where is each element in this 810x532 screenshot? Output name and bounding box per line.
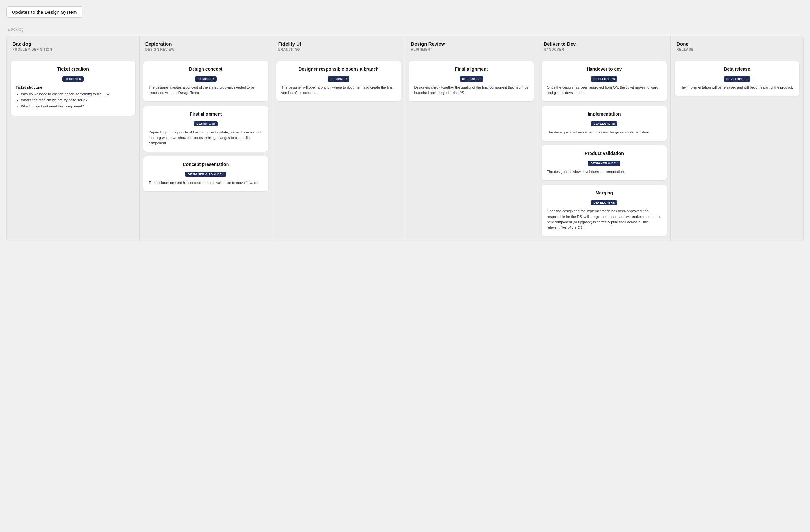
badge-wrap: DESIGNER & PO & DEV [149, 171, 263, 180]
card-title: Merging [547, 190, 661, 196]
ticket-structure-label: Ticket structure [16, 85, 130, 90]
column-header-exploration: Exploration DESIGN REVIEW [140, 36, 272, 57]
column-deliver-to-dev: Deliver to Dev HANDOVER Handover to devD… [538, 36, 671, 241]
card-backlog-0: Ticket creationDESIGNER Ticket structure… [11, 61, 135, 115]
card-title: Design concept [149, 66, 263, 72]
badge-wrap: DEVELOPERS [680, 76, 794, 85]
card-exploration-0: Design conceptDESIGNERThe designer creat… [143, 61, 268, 101]
badge: DESIGNERS [194, 121, 217, 126]
badge-wrap: DESIGNER [149, 76, 263, 85]
page-title: Updates to the Design System [12, 9, 77, 15]
column-title-design-review: Design Review [411, 41, 532, 47]
badge-wrap: DESIGNER & DEV [547, 160, 661, 169]
badge: DESIGNER [328, 76, 349, 81]
backlog-label: Backlog [6, 27, 804, 32]
badge-wrap: DEVELOPERS [547, 199, 661, 209]
list-item: What's the problem we are trying to solv… [21, 98, 130, 103]
column-header-deliver-to-dev: Deliver to Dev HANDOVER [538, 36, 670, 57]
column-title-exploration: Exploration [145, 41, 266, 47]
column-done: Done RELEASE Beta releaseDEVELOPERSThe i… [671, 36, 803, 241]
card-list: Why do we need to change or add somethin… [16, 92, 130, 109]
column-title-done: Done [677, 41, 797, 47]
list-item: Which project will need this component? [21, 103, 130, 109]
column-body-done: Beta releaseDEVELOPERSThe implementation… [671, 57, 803, 241]
column-subtitle-done: RELEASE [677, 48, 797, 51]
card-body: The designer present his concept and get… [149, 180, 263, 186]
card-done-0: Beta releaseDEVELOPERSThe implementation… [675, 61, 799, 96]
card-title: Concept presentation [149, 161, 263, 167]
column-fidelity-ui: Fidelity UI BRANCHING Designer responsib… [273, 36, 405, 241]
badge: DESIGNER & DEV [588, 161, 620, 166]
badge: DESIGNER [195, 76, 216, 81]
badge: DESIGNER [62, 76, 84, 81]
badge: DEVELOPERS [724, 76, 750, 81]
column-design-review: Design Review ALIGNMENT Final alignmentD… [405, 36, 538, 241]
card-title: First alignment [149, 111, 263, 117]
column-body-backlog: Ticket creationDESIGNER Ticket structure… [7, 57, 139, 241]
column-header-backlog: Backlog PROBLEM DEFINITION [7, 36, 139, 57]
column-title-fidelity-ui: Fidelity UI [278, 41, 399, 47]
card-body: Once the design has been approved from Q… [547, 85, 661, 96]
column-body-design-review: Final alignmentDESIGNERSDesigners check … [405, 57, 537, 241]
card-title: Ticket creation [16, 66, 130, 72]
card-design-review-0: Final alignmentDESIGNERSDesigners check … [409, 61, 534, 101]
card-deliver-to-dev-3: MergingDEVELOPERSOnce the design and the… [542, 185, 667, 236]
card-body: Ticket structure Why do we need to chang… [16, 85, 130, 109]
badge: DESIGNER & PO & DEV [185, 172, 226, 177]
column-header-done: Done RELEASE [671, 36, 803, 57]
badge-wrap: DESIGNER [16, 76, 130, 85]
card-deliver-to-dev-1: ImplementationDEVELOPERSThe developers w… [542, 106, 667, 141]
card-body: The developers will implement the new de… [547, 130, 661, 135]
card-body: The implementation will be released and … [680, 85, 794, 90]
card-body: The designer will open a branch where to… [281, 85, 396, 96]
card-title: Implementation [547, 111, 661, 117]
column-title-backlog: Backlog [13, 41, 133, 47]
card-title: Final alignment [414, 66, 529, 72]
list-item: Why do we need to change or add somethin… [21, 92, 130, 97]
badge: DEVELOPERS [591, 76, 617, 81]
card-body: Depending on the priority of the compone… [149, 130, 263, 146]
badge-wrap: DESIGNER [281, 76, 396, 85]
column-body-fidelity-ui: Designer responsible opens a branchDESIG… [273, 57, 405, 241]
column-header-design-review: Design Review ALIGNMENT [405, 36, 537, 57]
page-title-bar: Updates to the Design System [6, 6, 82, 18]
card-deliver-to-dev-0: Handover to devDEVELOPERSOnce the design… [542, 61, 667, 101]
card-title: Beta release [680, 66, 794, 72]
column-body-deliver-to-dev: Handover to devDEVELOPERSOnce the design… [538, 57, 670, 241]
badge: DEVELOPERS [591, 121, 617, 126]
column-body-exploration: Design conceptDESIGNERThe designer creat… [140, 57, 272, 241]
card-fidelity-ui-0: Designer responsible opens a branchDESIG… [276, 61, 401, 101]
card-exploration-2: Concept presentationDESIGNER & PO & DEVT… [143, 156, 268, 191]
column-backlog: Backlog PROBLEM DEFINITION Ticket creati… [7, 36, 140, 241]
badge: DEVELOPERS [591, 200, 617, 205]
column-subtitle-exploration: DESIGN REVIEW [145, 48, 266, 51]
column-exploration: Exploration DESIGN REVIEW Design concept… [140, 36, 273, 241]
badge-wrap: DEVELOPERS [547, 120, 661, 130]
column-subtitle-backlog: PROBLEM DEFINITION [13, 48, 133, 51]
card-deliver-to-dev-2: Product validationDESIGNER & DEVThe desi… [542, 145, 667, 180]
board: Backlog PROBLEM DEFINITION Ticket creati… [6, 36, 804, 241]
column-subtitle-design-review: ALIGNMENT [411, 48, 532, 51]
column-subtitle-fidelity-ui: BRANCHING [278, 48, 399, 51]
card-body: The designers review developers implemen… [547, 169, 661, 175]
card-title: Product validation [547, 150, 661, 157]
column-title-deliver-to-dev: Deliver to Dev [544, 41, 665, 47]
card-title: Handover to dev [547, 66, 661, 72]
card-body: Designers check together the quality of … [414, 85, 529, 96]
badge-wrap: DESIGNERS [414, 76, 529, 85]
card-body: The designer creates a concept of the st… [149, 85, 263, 96]
badge: DESIGNERS [459, 76, 483, 81]
column-header-fidelity-ui: Fidelity UI BRANCHING [273, 36, 405, 57]
badge-wrap: DEVELOPERS [547, 76, 661, 85]
column-subtitle-deliver-to-dev: HANDOVER [544, 48, 665, 51]
badge-wrap: DESIGNERS [149, 120, 263, 130]
card-exploration-1: First alignmentDESIGNERSDepending on the… [143, 106, 268, 152]
card-title: Designer responsible opens a branch [281, 66, 396, 72]
card-body: Once the design and the implementation h… [547, 209, 661, 230]
